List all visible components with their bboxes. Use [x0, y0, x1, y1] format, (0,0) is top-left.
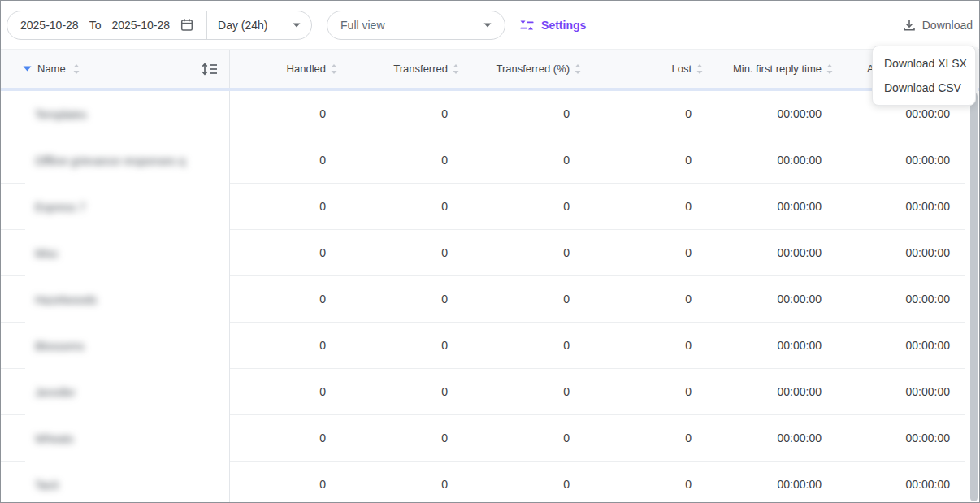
cell-handled: 0: [230, 369, 340, 415]
cell-transferred: 0: [340, 184, 462, 230]
cell-lost: 0: [584, 137, 706, 184]
column-label: Min. first reply time: [733, 63, 822, 75]
row-gutter: [1, 230, 25, 276]
row-name-cell: Wheats: [25, 415, 230, 462]
cell-transferred: 0: [462, 323, 584, 369]
date-from-value[interactable]: 2025-10-28: [20, 19, 79, 32]
cell-transferred: 0: [462, 462, 584, 503]
cell-av-first-reply-time: 00:00:00: [836, 184, 965, 230]
table-row[interactable]: Templates 000000:00:0000:00:00: [1, 91, 979, 137]
cell-lost: 0: [584, 230, 706, 276]
sort-icon[interactable]: [574, 63, 582, 75]
row-name-cell: Templates: [25, 91, 230, 137]
table-row[interactable]: Jennifer 000000:00:0000:00:00: [1, 369, 979, 415]
cell-transferred: 0: [462, 137, 584, 184]
column-header-min-first-reply-time[interactable]: Min. first reply time: [706, 50, 836, 88]
table-row[interactable]: Express 7 000000:00:0000:00:00: [1, 184, 979, 230]
table-row[interactable]: Blossoms 000000:00:0000:00:00: [1, 323, 979, 369]
date-to-value[interactable]: 2025-10-28: [111, 19, 170, 32]
row-height-icon[interactable]: [202, 63, 218, 76]
cell-handled: 0: [230, 415, 340, 462]
download-menu: Download XLSXDownload CSV: [872, 46, 976, 106]
cell-handled: 0: [230, 276, 340, 323]
row-name-cell: Misc: [25, 230, 230, 276]
sort-icon[interactable]: [826, 63, 834, 75]
date-to-label: To: [89, 19, 102, 32]
table-row[interactable]: Hazelwoods 000000:00:0000:00:00: [1, 276, 979, 323]
row-name-cell: Jennifer: [25, 369, 230, 415]
interval-select[interactable]: Day (24h): [207, 11, 311, 39]
row-name-redacted: Templates: [35, 108, 87, 121]
calendar-icon[interactable]: [180, 18, 193, 32]
menu-item-download-csv[interactable]: Download CSV: [873, 76, 975, 100]
download-button[interactable]: Download: [903, 19, 973, 32]
row-name-cell: Blossoms: [25, 323, 230, 369]
cell-min-first-reply-time: 00:00:00: [706, 462, 836, 503]
row-gutter: [1, 137, 25, 184]
cell-min-first-reply-time: 00:00:00: [706, 91, 836, 137]
row-gutter: [1, 369, 25, 415]
sort-icon[interactable]: [696, 63, 704, 75]
row-name-redacted: Tacit: [35, 479, 59, 492]
date-range-picker[interactable]: 2025-10-28 To 2025-10-28: [7, 11, 206, 39]
column-label: Transferred: [393, 63, 448, 75]
table-row[interactable]: Offline grievance responses q 000000:00:…: [1, 137, 979, 184]
cell-av-first-reply-time: 00:00:00: [836, 276, 965, 323]
cell-lost: 0: [584, 91, 706, 137]
cell-transferred: 0: [340, 276, 462, 323]
row-name-cell: Offline grievance responses q: [25, 137, 230, 184]
row-name-redacted: Jennifer: [35, 386, 76, 399]
row-gutter: [1, 184, 25, 230]
column-header-transferred[interactable]: Transferred: [340, 50, 462, 88]
view-value: Full view: [340, 19, 384, 32]
sort-icon[interactable]: [452, 63, 460, 75]
row-name-cell: Express 7: [25, 184, 230, 230]
row-name-cell: Tacit: [25, 462, 230, 503]
row-name-redacted: Blossoms: [35, 340, 85, 353]
cell-handled: 0: [230, 230, 340, 276]
settings-label: Settings: [541, 19, 586, 32]
settings-sliders-icon: [520, 20, 534, 31]
sort-icon[interactable]: [72, 63, 80, 75]
table-body: Templates 000000:00:0000:00:00 Offline g…: [1, 91, 979, 503]
cell-transferred: 0: [462, 415, 584, 462]
row-name-redacted: Wheats: [35, 432, 73, 445]
download-icon: [903, 19, 916, 32]
sort-icon[interactable]: [330, 63, 338, 75]
row-gutter: [1, 415, 25, 462]
cell-transferred: 0: [340, 369, 462, 415]
column-label: Lost: [671, 63, 692, 75]
cell-av-first-reply-time: 00:00:00: [836, 462, 965, 503]
cell-transferred: 0: [340, 323, 462, 369]
cell-transferred: 0: [340, 230, 462, 276]
cell-min-first-reply-time: 00:00:00: [706, 184, 836, 230]
date-range-control: 2025-10-28 To 2025-10-28 Day (24h): [7, 11, 312, 40]
cell-av-first-reply-time: 00:00:00: [836, 137, 965, 184]
interval-value: Day (24h): [218, 19, 267, 32]
column-header-handled[interactable]: Handled: [230, 50, 340, 88]
name-column-label: Name: [37, 63, 66, 75]
cell-transferred: 0: [340, 91, 462, 137]
cell-lost: 0: [584, 276, 706, 323]
table-row[interactable]: Tacit 000000:00:0000:00:00: [1, 462, 979, 503]
cell-min-first-reply-time: 00:00:00: [706, 323, 836, 369]
chevron-down-icon: [293, 23, 301, 28]
cell-min-first-reply-time: 00:00:00: [706, 415, 836, 462]
cell-transferred: 0: [462, 369, 584, 415]
row-name-cell: Hazelwoods: [25, 276, 230, 323]
column-header-lost[interactable]: Lost: [584, 50, 706, 88]
column-header-transferred[interactable]: Transferred (%): [462, 50, 584, 88]
name-column-header[interactable]: Name: [1, 50, 230, 88]
row-name-redacted: Hazelwoods: [35, 293, 97, 306]
menu-item-download-xlsx[interactable]: Download XLSX: [873, 51, 975, 76]
vertical-scrollbar[interactable]: [970, 47, 978, 501]
column-label: Transferred (%): [496, 63, 570, 75]
row-gutter: [1, 462, 25, 503]
view-select[interactable]: Full view: [327, 11, 505, 40]
table-row[interactable]: Misc 000000:00:0000:00:00: [1, 230, 979, 276]
collapse-caret-icon[interactable]: [23, 66, 32, 72]
row-name-redacted: Express 7: [35, 201, 85, 214]
settings-button[interactable]: Settings: [520, 19, 586, 32]
table-row[interactable]: Wheats 000000:00:0000:00:00: [1, 415, 979, 462]
scrollbar-thumb[interactable]: [970, 93, 978, 501]
